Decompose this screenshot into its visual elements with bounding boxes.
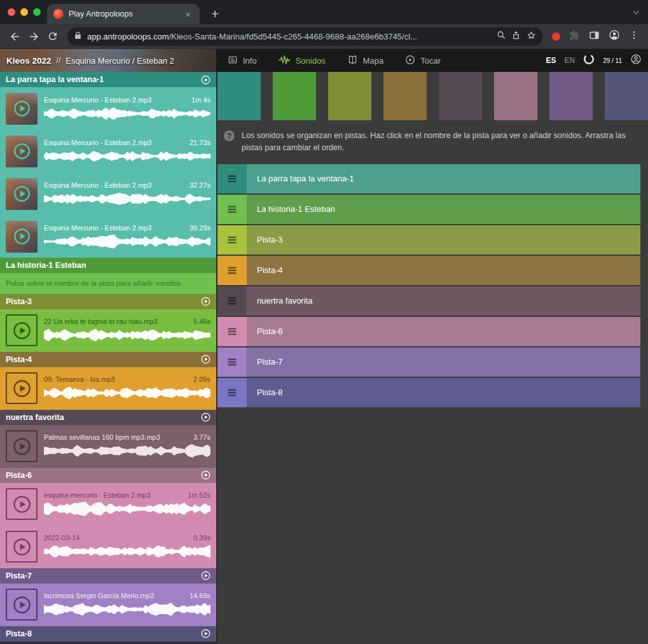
new-tab-button[interactable]: +: [207, 6, 223, 22]
share-icon[interactable]: [511, 30, 521, 43]
app-tab-mapa[interactable]: Mapa: [347, 55, 384, 67]
track-row-bar[interactable]: Pista-7: [247, 347, 640, 377]
clip-waveform[interactable]: [44, 106, 210, 122]
clip-thumbnail[interactable]: [6, 93, 38, 125]
app-tab-sonidos[interactable]: Sonidos: [279, 55, 326, 67]
track-play-button[interactable]: [201, 354, 210, 364]
clip-waveform[interactable]: [44, 327, 210, 343]
clip-play-button[interactable]: [6, 488, 38, 520]
clip-waveform[interactable]: [44, 385, 210, 401]
profile-avatar-icon[interactable]: [609, 29, 620, 43]
app-tab-tocar[interactable]: Tocar: [405, 55, 441, 67]
track-header[interactable]: Pista-6: [0, 468, 216, 483]
clip-waveform[interactable]: [44, 601, 210, 617]
browser-menu-kebab-icon[interactable]: [629, 30, 639, 43]
fullscreen-window-button[interactable]: [33, 8, 41, 16]
clip-thumbnail[interactable]: [6, 221, 38, 253]
sound-clip[interactable]: lacrimosa Sergio García Merlo.mp314.69s: [0, 584, 216, 626]
track-play-button[interactable]: [201, 412, 210, 422]
tab-favicon-icon: [53, 9, 64, 19]
clip-play-button[interactable]: [6, 531, 38, 563]
track-header[interactable]: La parra tapa la ventana-1: [0, 72, 216, 87]
minimize-window-button[interactable]: [20, 8, 28, 16]
track-header[interactable]: La historia-1 Esteban: [0, 258, 216, 273]
track-row[interactable]: La historia-1 Esteban: [217, 195, 640, 224]
sound-clip[interactable]: Esquina Mercurio - Esteban 2.mp321.73s: [0, 130, 216, 172]
track-name: Pista-3: [6, 297, 32, 306]
track-header[interactable]: Pista-4: [0, 352, 216, 367]
sound-clip[interactable]: 09. Temaeva - Iva.mp32.09s: [0, 367, 216, 410]
clip-waveform[interactable]: [44, 148, 210, 164]
track-row-bar[interactable]: La parra tapa la ventana-1: [247, 164, 640, 193]
track-drag-handle[interactable]: [217, 164, 247, 193]
clip-thumbnail[interactable]: [6, 178, 38, 210]
track-drag-handle[interactable]: [217, 286, 247, 316]
track-drag-handle[interactable]: [217, 317, 247, 346]
close-window-button[interactable]: [8, 8, 15, 16]
extensions-puzzle-icon[interactable]: [569, 30, 580, 43]
sound-clip[interactable]: Esquina Mercurio - Esteban 2.mp332.27s: [0, 172, 216, 215]
browser-tab-bar: Play Antropoloops × +: [0, 0, 648, 24]
track-play-button[interactable]: [201, 470, 210, 480]
forward-icon[interactable]: [24, 27, 43, 46]
track-row[interactable]: Pista-4: [217, 256, 640, 285]
clip-play-button[interactable]: [6, 314, 38, 346]
tab-search-chevron-icon[interactable]: [632, 8, 640, 19]
clip-play-button[interactable]: [6, 430, 38, 462]
back-icon[interactable]: [5, 27, 24, 46]
sound-clip[interactable]: esquina mercurio : Esteban 2.mp31m 52s: [0, 483, 216, 526]
track-play-button[interactable]: [201, 75, 210, 85]
track-row[interactable]: Pista-7: [217, 347, 640, 377]
track-header[interactable]: Pista-7: [0, 568, 216, 584]
track-drag-handle[interactable]: [217, 378, 247, 407]
account-icon[interactable]: [630, 53, 642, 67]
lang-en-button[interactable]: EN: [564, 56, 575, 65]
clip-play-button[interactable]: [6, 589, 38, 620]
track-row[interactable]: Pista-6: [217, 317, 640, 346]
track-section: La parra tapa la ventana-1Esquina Mercur…: [0, 72, 216, 258]
track-play-button[interactable]: [201, 297, 210, 306]
track-header[interactable]: Pista-3: [0, 294, 216, 309]
zoom-icon[interactable]: [496, 30, 506, 43]
track-header[interactable]: Pista-8: [0, 626, 216, 641]
bookmark-star-icon[interactable]: [526, 30, 537, 43]
clip-play-button[interactable]: [6, 372, 38, 404]
track-row-bar[interactable]: Pista-8: [247, 378, 640, 407]
project-banner[interactable]: Kleos 2022 // Esquina Mercurio / Esteban…: [0, 49, 216, 72]
app-tab-info[interactable]: Info: [228, 55, 257, 67]
clip-waveform[interactable]: [44, 443, 210, 459]
lang-es-button[interactable]: ES: [546, 56, 556, 65]
track-row-bar[interactable]: La historia-1 Esteban: [247, 195, 640, 224]
sound-clip[interactable]: 22 Ua reka te tagnia to rau niau.mp35.45…: [0, 309, 216, 352]
recording-extension-icon[interactable]: [552, 32, 560, 41]
track-drag-handle[interactable]: [217, 256, 247, 285]
track-drag-handle[interactable]: [217, 225, 247, 255]
reload-icon[interactable]: [43, 27, 62, 46]
clip-waveform[interactable]: [44, 501, 210, 517]
track-row[interactable]: Pista-8: [217, 378, 640, 407]
clip-thumbnail[interactable]: [6, 136, 38, 167]
browser-tab[interactable]: Play Antropoloops ×: [47, 4, 200, 24]
clip-waveform[interactable]: [44, 191, 210, 207]
sound-clip[interactable]: Esquina Mercurio - Esteban 2.mp339.29s: [0, 215, 216, 258]
track-row-bar[interactable]: nuertra favorita: [247, 286, 640, 316]
track-row-bar[interactable]: Pista-4: [247, 256, 640, 285]
sound-clip[interactable]: Esquina Mercurio - Esteban 2.mp31m 4s: [0, 87, 216, 130]
tab-close-icon[interactable]: ×: [183, 8, 193, 20]
track-row[interactable]: nuertra favorita: [217, 286, 640, 316]
track-row[interactable]: La parra tapa la ventana-1: [217, 164, 640, 193]
track-row-bar[interactable]: Pista-3: [247, 225, 640, 255]
address-bar[interactable]: app.antropoloops.com/Kleos-Santa-Marina/…: [67, 27, 543, 46]
clip-waveform[interactable]: [44, 234, 210, 249]
clip-waveform[interactable]: [44, 543, 210, 559]
track-row-bar[interactable]: Pista-6: [247, 317, 640, 346]
sound-clip[interactable]: Palmas sevillanas 160 bpm mp3.mp33.77s: [0, 425, 216, 468]
track-drag-handle[interactable]: [217, 195, 247, 224]
side-panel-icon[interactable]: [589, 30, 600, 43]
track-header[interactable]: nuertra favorita: [0, 410, 216, 425]
track-play-button[interactable]: [201, 629, 210, 638]
sound-clip[interactable]: 2022-03-140.39s: [0, 526, 216, 568]
track-play-button[interactable]: [201, 571, 210, 580]
track-row[interactable]: Pista-3: [217, 225, 640, 255]
track-drag-handle[interactable]: [217, 347, 247, 377]
